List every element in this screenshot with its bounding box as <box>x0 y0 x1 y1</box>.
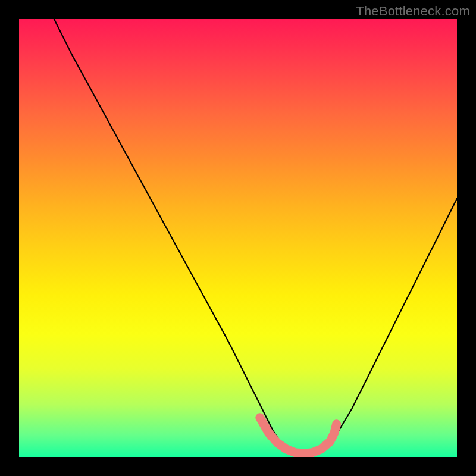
watermark-text: TheBottleneck.com <box>356 4 470 19</box>
plot-area <box>19 19 457 457</box>
black-curve <box>54 19 457 455</box>
pink-band <box>260 418 337 453</box>
chart-frame: TheBottleneck.com <box>0 0 476 476</box>
chart-svg <box>19 19 457 457</box>
